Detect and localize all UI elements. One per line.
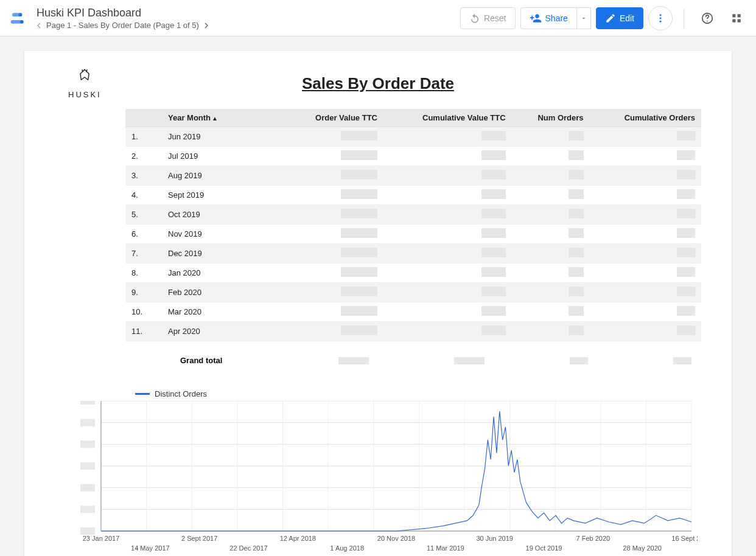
- separator: [684, 9, 684, 28]
- table-row[interactable]: 5.Oct 2019: [125, 205, 701, 224]
- table-row[interactable]: 8.Jan 2020: [125, 263, 701, 283]
- svg-text:16 Sept 2020: 16 Sept 2020: [671, 535, 698, 542]
- data-table-wrap: Year Month▲ Order Value TTC Cumulative V…: [125, 109, 701, 341]
- table-row[interactable]: 9.Feb 2020: [125, 283, 701, 302]
- breadcrumb-text[interactable]: Page 1 - Sales By Order Date (Page 1 of …: [44, 21, 201, 30]
- table-row[interactable]: 4.Sept 2019: [125, 186, 701, 205]
- grand-total-row: Grand total: [125, 341, 698, 365]
- redacted-value: [338, 357, 369, 364]
- chart-legend: Distinct Orders: [135, 389, 698, 398]
- breadcrumb: Page 1 - Sales By Order Date (Page 1 of …: [34, 21, 460, 30]
- row-cumulative-orders: [590, 147, 701, 166]
- table-row[interactable]: 10.Mar 2020: [125, 302, 701, 322]
- row-index: 5.: [125, 205, 162, 224]
- row-year-month: Feb 2020: [162, 283, 284, 302]
- more-vert-icon: [655, 13, 666, 24]
- svg-text:11 Mar 2019: 11 Mar 2019: [427, 544, 464, 552]
- edit-button[interactable]: Edit: [596, 7, 643, 29]
- row-cumulative-value: [383, 205, 512, 224]
- sort-asc-icon: ▲: [212, 115, 218, 122]
- svg-point-7: [660, 17, 662, 19]
- row-year-month: Jul 2019: [162, 147, 284, 166]
- edit-label: Edit: [620, 13, 634, 23]
- svg-rect-11: [732, 14, 735, 17]
- row-index: 10.: [125, 302, 162, 322]
- row-num-orders: [512, 263, 590, 283]
- pencil-icon: [605, 13, 616, 24]
- row-cumulative-value: [383, 302, 512, 322]
- reset-button[interactable]: Reset: [460, 7, 516, 29]
- more-options-button[interactable]: [648, 6, 673, 30]
- table-row[interactable]: 3.Aug 2019: [125, 166, 701, 186]
- row-cumulative-orders: [590, 166, 701, 186]
- table-row[interactable]: 2.Jul 2019: [125, 147, 701, 166]
- table-row[interactable]: 11.Apr 2020: [125, 322, 701, 341]
- chevron-right-icon[interactable]: [201, 21, 211, 30]
- svg-text:14 May 2017: 14 May 2017: [131, 544, 170, 552]
- reset-label: Reset: [484, 13, 506, 23]
- help-icon: [701, 12, 714, 25]
- legend-swatch: [135, 393, 150, 395]
- col-order-value[interactable]: Order Value TTC: [284, 109, 383, 127]
- row-cumulative-value: [383, 244, 512, 263]
- app-header: Huski KPI Dashboard Page 1 - Sales By Or…: [0, 0, 756, 36]
- row-cumulative-orders: [590, 263, 701, 283]
- row-order-value: [284, 205, 383, 224]
- row-num-orders: [512, 166, 590, 186]
- svg-rect-22: [80, 462, 95, 470]
- row-year-month: Jan 2020: [162, 263, 284, 283]
- col-year-month[interactable]: Year Month▲: [162, 109, 284, 127]
- row-index: 9.: [125, 283, 162, 302]
- row-cumulative-value: [383, 283, 512, 302]
- row-index: 4.: [125, 186, 162, 205]
- report-title[interactable]: Huski KPI Dashboard: [34, 6, 460, 19]
- row-cumulative-value: [383, 127, 512, 147]
- table-row[interactable]: 7.Dec 2019: [125, 244, 701, 263]
- report-page: HUSKI Sales By Order Date Year Month▲ Or…: [24, 51, 732, 556]
- row-cumulative-orders: [590, 205, 701, 224]
- svg-text:23 Jan 2017: 23 Jan 2017: [83, 535, 120, 542]
- undo-icon: [469, 13, 480, 24]
- row-order-value: [284, 283, 383, 302]
- row-year-month: Dec 2019: [162, 244, 284, 263]
- chevron-left-icon[interactable]: [34, 21, 44, 30]
- row-cumulative-orders: [590, 283, 701, 302]
- row-num-orders: [512, 147, 590, 166]
- help-button[interactable]: [695, 6, 719, 30]
- svg-rect-28: [80, 401, 95, 405]
- row-cumulative-orders: [590, 127, 701, 147]
- svg-rect-16: [80, 527, 95, 535]
- row-cumulative-orders: [590, 186, 701, 205]
- row-num-orders: [512, 302, 590, 322]
- row-cumulative-value: [383, 186, 512, 205]
- table-row[interactable]: 1.Jun 2019: [125, 127, 701, 147]
- svg-point-6: [660, 14, 662, 16]
- col-index: [125, 109, 162, 127]
- svg-rect-26: [80, 419, 95, 426]
- caret-down-icon: [581, 15, 587, 21]
- row-cumulative-orders: [590, 302, 701, 322]
- data-table[interactable]: Year Month▲ Order Value TTC Cumulative V…: [125, 109, 701, 341]
- svg-rect-13: [732, 19, 735, 22]
- table-row[interactable]: 6.Nov 2019: [125, 224, 701, 244]
- apps-grid-button[interactable]: [724, 6, 749, 30]
- svg-text:28 May 2020: 28 May 2020: [623, 544, 662, 552]
- col-cumulative-value[interactable]: Cumulative Value TTC: [383, 109, 512, 127]
- line-chart[interactable]: 23 Jan 20172 Sept 201712 Apr 201820 Nov …: [77, 401, 698, 556]
- row-year-month: Aug 2019: [162, 166, 284, 186]
- col-cumulative-orders[interactable]: Cumulative Orders: [590, 109, 701, 127]
- row-num-orders: [512, 224, 590, 244]
- col-num-orders[interactable]: Num Orders: [512, 109, 590, 127]
- redacted-value: [570, 357, 588, 364]
- row-index: 1.: [125, 127, 162, 147]
- row-order-value: [284, 147, 383, 166]
- share-button[interactable]: Share: [520, 7, 576, 29]
- row-year-month: Sept 2019: [162, 186, 284, 205]
- row-year-month: Nov 2019: [162, 224, 284, 244]
- share-button-group: Share: [520, 7, 591, 29]
- svg-rect-20: [80, 484, 95, 492]
- report-heading: Sales By Order Date: [58, 63, 698, 109]
- row-year-month: Apr 2020: [162, 322, 284, 341]
- share-dropdown-button[interactable]: [576, 7, 591, 29]
- svg-text:12 Apr 2018: 12 Apr 2018: [280, 535, 316, 542]
